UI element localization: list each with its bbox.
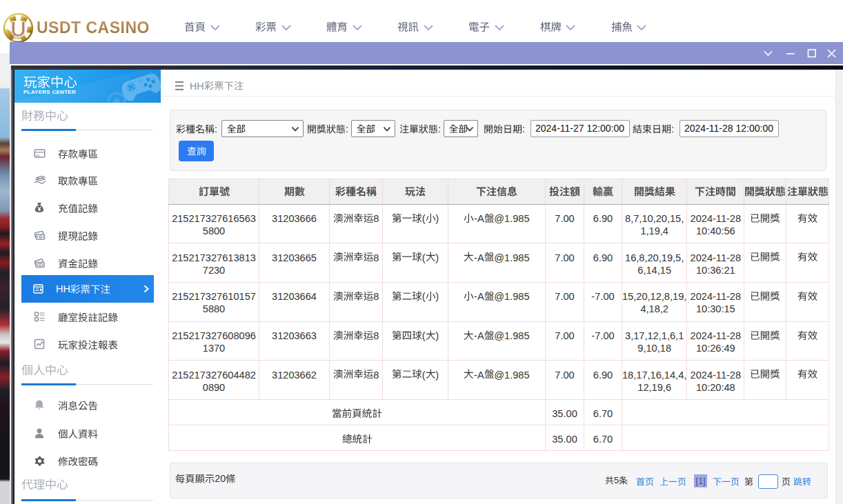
svg-text:CASINO: CASINO	[11, 36, 25, 40]
